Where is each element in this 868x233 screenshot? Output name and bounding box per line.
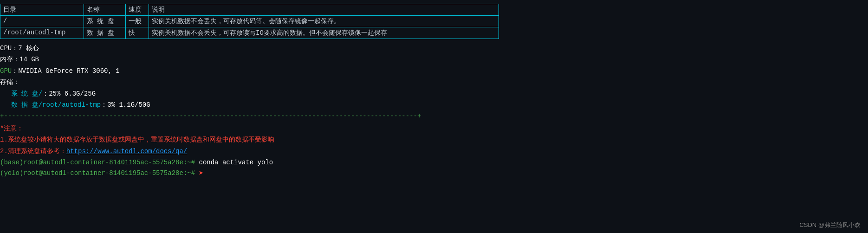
storage-item-1: 系 统 盘/：25% 6.3G/25G [0,88,868,99]
storage-table: 目录 名称 速度 说明 / 系 统 盘 一般 实例关机数据不会丢失，可存放代码等… [0,4,499,39]
note2-num: 2. [0,148,8,155]
note2-link[interactable]: https://www.autodl.com/docs/qa/ [66,148,187,155]
row1-speed: 一般 [126,16,149,27]
cpu-label: CPU [0,45,12,52]
row1-name: 系 统 盘 [84,16,126,27]
storage-item1-name: 系 统 盘/ [11,90,42,97]
gpu-line: GPU：NVIDIA GeForce RTX 3060, 1 [0,65,868,77]
storage-item2-name: 数 据 盘/root/autodl-tmp [11,101,101,109]
note1-num: 1. [0,136,8,143]
watermark: CSDN @弗兰随风小欢 [799,221,861,229]
storage-label: 存储： [0,78,19,86]
storage-item2-value: ：3% 1.1G/50G [101,101,150,109]
table-header-row: 目录 名称 速度 说明 [0,4,499,16]
notes-section: *注意： 1.系统盘较小请将大的数据存放于数据盘或网盘中，重置系统时数据盘和网盘… [0,123,868,157]
cursor-arrow-icon: ➤ [199,168,204,178]
col-header-dir: 目录 [0,4,84,15]
prompt2-path: :~# [183,169,195,177]
row2-desc: 实例关机数据不会丢失，可存放读写IO要求高的数据。但不会随保存镜像一起保存 [149,27,499,39]
mem-label: 内存 [0,56,13,63]
note2-text: 清理系统盘请参考： [8,148,66,155]
col-header-speed: 速度 [126,4,149,15]
prompt-line-2: (yolo)root@autodl-container-81401195ac-5… [0,168,868,178]
row2-dir: /root/autodl-tmp [0,27,84,39]
prompt1-path: :~# [183,159,195,166]
row2-speed: 快 [126,27,149,39]
divider-line: +---------------------------------------… [0,110,868,122]
prompt-line-1: (base)root@autodl-container-81401195ac-5… [0,157,868,168]
cpu-value: ：7 核心 [12,45,39,52]
storage-item-2: 数 据 盘/root/autodl-tmp：3% 1.1G/50G [0,99,868,110]
cpu-line: CPU：7 核心 [0,43,868,54]
note-label-text: *注意： [0,125,23,132]
gpu-label: GPU [0,67,12,75]
mem-line: 内存：14 GB [0,54,868,65]
row2-name: 数 据 盘 [84,27,126,39]
note1-text: 系统盘较小请将大的数据存放于数据盘或网盘中，重置系统时数据盘和网盘中的数据不受影… [8,136,274,143]
prompt2-host: root@autodl-container-81401195ac-5575a28… [23,169,183,177]
table-row: / 系 统 盘 一般 实例关机数据不会丢失，可存放代码等。会随保存镜像一起保存。 [0,16,499,27]
storage-item1-value: ：25% 6.3G/25G [42,90,96,97]
note-item-1: 1.系统盘较小请将大的数据存放于数据盘或网盘中，重置系统时数据盘和网盘中的数据不… [0,134,868,145]
terminal-window: 目录 名称 速度 说明 / 系 统 盘 一般 实例关机数据不会丢失，可存放代码等… [0,0,868,233]
prompt1-command: conda activate yolo [195,159,273,166]
note-item-2: 2.清理系统盘请参考：https://www.autodl.com/docs/q… [0,146,868,157]
prompt2-env: (yolo) [0,169,23,177]
gpu-value: ：NVIDIA GeForce RTX 3060, 1 [12,67,119,75]
row1-dir: / [0,16,84,27]
prompt1-env: (base) [0,159,23,166]
col-header-name: 名称 [84,4,126,15]
storage-label-line: 存储： [0,77,868,88]
system-info: CPU：7 核心 内存：14 GB GPU：NVIDIA GeForce RTX… [0,39,868,110]
notes-label: *注意： [0,123,868,134]
table-row: /root/autodl-tmp 数 据 盘 快 实例关机数据不会丢失，可存放读… [0,27,499,39]
col-header-desc: 说明 [149,4,499,15]
mem-value: ：14 GB [13,56,39,63]
prompt1-host: root@autodl-container-81401195ac-5575a28… [23,159,183,166]
row1-desc: 实例关机数据不会丢失，可存放代码等。会随保存镜像一起保存。 [149,16,499,27]
